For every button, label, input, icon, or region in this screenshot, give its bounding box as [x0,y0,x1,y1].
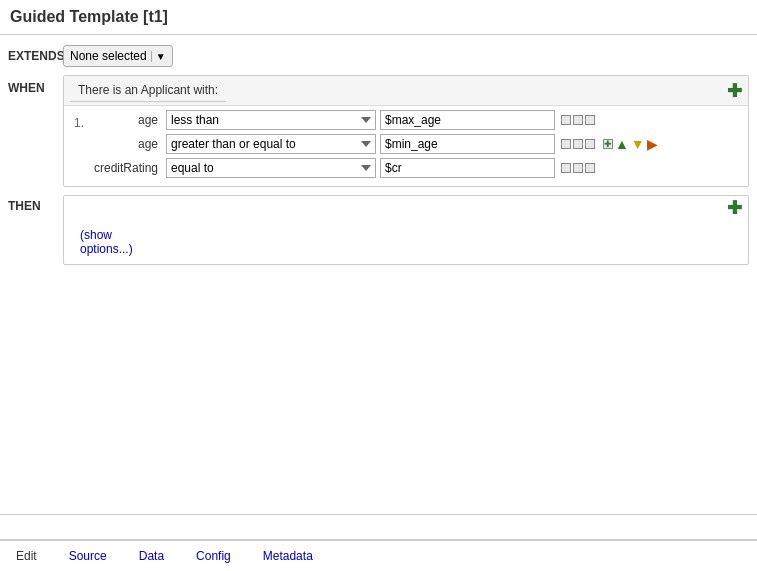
condition-row-1: age less than greater than or equal to e… [92,134,740,154]
operator-select-2[interactable]: less than greater than or equal to equal… [166,158,376,178]
delete-icon-2[interactable] [585,163,595,173]
copy-icon-2[interactable] [561,163,571,173]
condition-block: 1. age less than greater than or equal t… [64,106,748,186]
extends-label: EXTENDS [8,45,63,63]
field-label-1: age [92,137,162,151]
when-content: There is an Applicant with: ✚ 1. age les… [63,75,749,187]
operator-select-0[interactable]: less than greater than or equal to equal… [166,110,376,130]
condition-number: 1. [72,110,92,130]
add-icon-1[interactable]: ✚ [603,139,613,149]
condition-row-2: creditRating less than greater than or e… [92,158,740,178]
extends-dropdown[interactable]: None selected ▼ [63,45,173,67]
action-icons-1: ✚ ▲ ▼ ▶ [603,137,658,151]
condition-rows: age less than greater than or equal to e… [92,110,740,182]
extends-section: EXTENDS None selected ▼ [0,41,757,71]
tab-source[interactable]: Source [53,541,123,571]
options-icon-1[interactable] [573,139,583,149]
condition-row-0: age less than greater than or equal to e… [92,110,740,130]
when-section: WHEN There is an Applicant with: ✚ 1. ag… [0,71,757,191]
move-down-1[interactable]: ▼ [631,137,645,151]
options-icon-0[interactable] [573,115,583,125]
then-content: ✚ (showoptions...) [63,195,749,265]
tab-data[interactable]: Data [123,541,180,571]
row-icons-0 [561,115,595,125]
field-label-2: creditRating [92,161,162,175]
row-icons-1 [561,139,595,149]
extends-dropdown-arrow: ▼ [151,51,166,62]
extends-content: None selected ▼ [63,45,173,67]
delete-icon-0[interactable] [585,115,595,125]
when-label: WHEN [8,75,63,95]
copy-icon-0[interactable] [561,115,571,125]
tab-config[interactable]: Config [180,541,247,571]
value-input-0[interactable] [380,110,555,130]
value-input-1[interactable] [380,134,555,154]
then-label: THEN [8,195,63,213]
then-header-row: ✚ [64,196,748,220]
delete-icon-1[interactable] [585,139,595,149]
move-right-1[interactable]: ▶ [647,137,658,151]
row-icons-2 [561,163,595,173]
options-icon-2[interactable] [573,163,583,173]
move-up-1[interactable]: ▲ [615,137,629,151]
value-input-2[interactable] [380,158,555,178]
when-header-text: There is an Applicant with: [70,79,226,102]
operator-select-1[interactable]: less than greater than or equal to equal… [166,134,376,154]
field-label-0: age [92,113,162,127]
bottom-tabs: Edit Source Data Config Metadata [0,539,757,571]
tab-metadata[interactable]: Metadata [247,541,329,571]
then-section: THEN ✚ (showoptions...) [0,191,757,269]
page-title: Guided Template [t1] [0,0,757,35]
tab-edit: Edit [0,541,53,571]
when-add-button[interactable]: ✚ [727,82,742,100]
copy-icon-1[interactable] [561,139,571,149]
when-header-row: There is an Applicant with: ✚ [64,76,748,106]
extends-value: None selected [70,49,147,63]
show-options-link[interactable]: (showoptions...) [72,224,141,260]
then-add-button[interactable]: ✚ [727,199,742,217]
